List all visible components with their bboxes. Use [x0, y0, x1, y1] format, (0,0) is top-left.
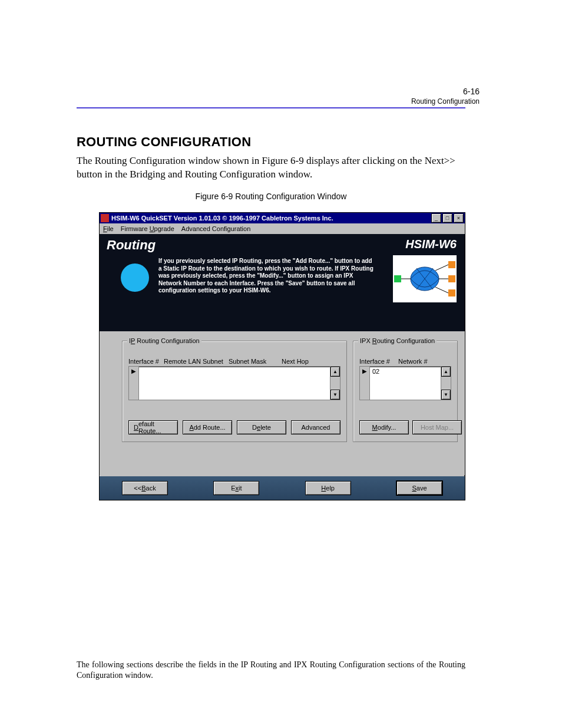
save-button[interactable]: Save	[396, 481, 442, 495]
default-route-button[interactable]: Default Route...	[128, 420, 178, 434]
hero-instructions: If you previously selected IP Routing, p…	[158, 258, 376, 295]
scroll-track[interactable]	[441, 377, 451, 390]
advanced-button[interactable]: Advanced	[291, 420, 340, 434]
ip-col-mask: Subnet Mask	[229, 358, 282, 365]
scroll-down-icon[interactable]: ▼	[441, 390, 451, 400]
circle-icon	[121, 263, 149, 292]
maximize-button[interactable]: □	[442, 213, 452, 223]
hero-panel: Routing HSIM-W6 If you previously select…	[100, 234, 465, 331]
figure-caption: Figure 6-9 Routing Configuration Window	[77, 192, 465, 201]
ipx-scrollbar[interactable]: ▲ ▼	[441, 367, 451, 400]
ip-col-subnet: Remote LAN Subnet	[164, 358, 229, 365]
svg-line-7	[435, 265, 448, 271]
ipx-routing-group: IPX Routing Configuration Interface # Ne…	[353, 341, 458, 442]
window-title: HSIM-W6 QuickSET Version 1.01.03 © 1996-…	[111, 215, 430, 222]
ip-legend: IP Routing Configuration	[127, 337, 201, 344]
ip-col-interface: Interface #	[128, 358, 164, 365]
intro-paragraph: The Routing Configuration window shown i…	[77, 154, 465, 182]
ip-column-headers: Interface # Remote LAN Subnet Subnet Mas…	[128, 358, 340, 365]
delete-button[interactable]: Delete	[237, 420, 286, 434]
ipx-col-interface: Interface #	[359, 358, 398, 365]
scroll-track[interactable]	[330, 377, 340, 390]
menu-advanced-configuration[interactable]: Advanced Configuration	[181, 225, 250, 232]
app-icon	[101, 214, 109, 222]
ipx-legend: IPX Routing Configuration	[358, 337, 437, 344]
page-number: 6-16	[463, 87, 480, 96]
ip-scrollbar[interactable]: ▲ ▼	[330, 367, 340, 400]
ip-row-cells[interactable]	[139, 367, 330, 400]
back-button[interactable]: << Back	[122, 481, 168, 495]
scroll-down-icon[interactable]: ▼	[330, 390, 340, 400]
ip-routing-group: IP Routing Configuration Interface # Rem…	[122, 341, 347, 442]
hero-title: Routing	[107, 238, 156, 253]
help-button[interactable]: Help	[305, 481, 351, 495]
ip-grid[interactable]: ▶ ▲ ▼	[128, 366, 340, 400]
svg-rect-4	[448, 289, 455, 297]
svg-rect-1	[394, 275, 401, 282]
menu-file[interactable]: File	[103, 225, 114, 232]
svg-rect-2	[448, 261, 455, 268]
minimize-button[interactable]: _	[431, 213, 441, 223]
host-map-button: Host Map...	[412, 420, 462, 434]
exit-button[interactable]: Exit	[213, 481, 259, 495]
ipx-row-cells[interactable]: 02	[370, 367, 441, 400]
scroll-up-icon[interactable]: ▲	[330, 367, 340, 377]
section-title: ROUTING CONFIGURATION	[77, 134, 251, 150]
ip-col-nexthop: Next Hop	[282, 358, 323, 365]
network-diagram-icon	[393, 255, 457, 302]
svg-line-8	[435, 287, 448, 293]
trailing-paragraph: The following sections describe the fiel…	[77, 660, 465, 681]
ipx-col-network: Network #	[398, 358, 436, 365]
ip-row-marker: ▶	[129, 367, 139, 400]
close-button[interactable]: ×	[454, 213, 464, 223]
titlebar[interactable]: HSIM-W6 QuickSET Version 1.01.03 © 1996-…	[100, 213, 465, 223]
add-route-button[interactable]: Add Route...	[183, 420, 232, 434]
menu-firmware-upgrade[interactable]: Firmware Upgrade	[121, 225, 174, 232]
ipx-grid[interactable]: ▶ 02 ▲ ▼	[359, 366, 451, 400]
menubar: File Firmware Upgrade Advanced Configura…	[100, 223, 465, 234]
app-window: HSIM-W6 QuickSET Version 1.01.03 © 1996-…	[99, 212, 465, 500]
header-rule	[77, 107, 465, 108]
ipx-row-marker: ▶	[360, 367, 370, 400]
hero-brand: HSIM-W6	[405, 238, 457, 251]
running-head: Routing Configuration	[411, 97, 480, 106]
ipx-column-headers: Interface # Network #	[359, 358, 451, 365]
svg-rect-3	[448, 275, 455, 282]
scroll-up-icon[interactable]: ▲	[441, 367, 451, 377]
modify-button[interactable]: Modify...	[359, 420, 409, 434]
wizard-footer: << Back Exit Help Save	[100, 476, 465, 500]
config-body: IP Routing Configuration Interface # Rem…	[100, 331, 465, 475]
